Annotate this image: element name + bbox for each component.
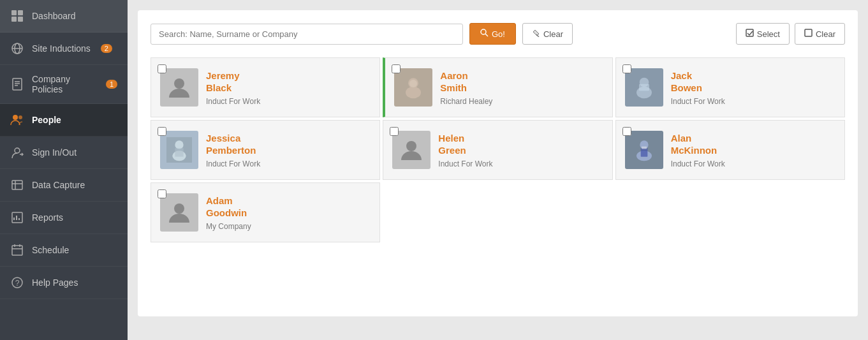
sidebar-label-data-capture: Data Capture xyxy=(32,180,85,190)
sidebar-label-site-inductions: Site Inductions xyxy=(32,43,91,54)
svg-point-43 xyxy=(175,140,183,149)
sidebar-label-reports: Reports xyxy=(32,212,63,223)
sidebar-label-company-policies: Company Policies xyxy=(32,74,96,94)
svg-rect-41 xyxy=(639,84,649,91)
person-info-2: AaronSmith Richard Healey xyxy=(440,70,603,106)
sidebar-label-people: People xyxy=(32,115,61,125)
svg-point-12 xyxy=(18,115,22,119)
svg-point-33 xyxy=(174,78,184,89)
select-button[interactable]: Select xyxy=(736,23,790,45)
svg-rect-15 xyxy=(12,181,22,189)
sidebar-item-company-policies[interactable]: Company Policies 1 xyxy=(0,65,128,104)
sidebar-item-help-pages[interactable]: ? Help Pages xyxy=(0,267,128,299)
person-info-6: AlanMcKinnon Induct For Work xyxy=(671,132,835,168)
search-input[interactable] xyxy=(151,24,463,45)
person-name-5: HelenGreen xyxy=(438,132,603,157)
svg-point-36 xyxy=(406,87,421,99)
clear-label: Clear xyxy=(543,29,563,39)
reports-icon xyxy=(10,211,24,225)
sidebar-label-sign-in-out: Sign In/Out xyxy=(32,147,77,158)
svg-line-29 xyxy=(485,34,488,36)
sidebar-item-people[interactable]: People xyxy=(0,104,128,137)
clear-all-label: Clear xyxy=(816,29,835,39)
svg-point-13 xyxy=(15,148,20,153)
svg-rect-51 xyxy=(642,147,647,149)
person-checkbox-3[interactable] xyxy=(622,64,631,73)
person-info-7: AdamGoodwin My Company xyxy=(206,195,371,231)
sidebar-item-sign-in-out[interactable]: Sign In/Out xyxy=(0,137,128,169)
person-sub-3: Induct For Work xyxy=(671,97,835,106)
person-card-jessica-pemberton[interactable]: JessicaPemberton Induct For Work xyxy=(151,120,380,180)
signin-icon xyxy=(10,145,24,159)
search-icon xyxy=(480,29,489,39)
person-card-alan-mckinnon[interactable]: AlanMcKinnon Induct For Work xyxy=(615,120,845,180)
toolbar-right: Select Clear xyxy=(736,23,845,45)
content-panel: Go! Clear Select C xyxy=(138,10,858,316)
avatar-adam-goodwin xyxy=(160,193,198,232)
person-card-helen-green[interactable]: HelenGreen Induct For Work xyxy=(383,120,612,180)
person-checkbox-1[interactable] xyxy=(158,64,166,73)
sidebar: Dashboard Site Inductions 2 Company Poli… xyxy=(0,0,128,340)
document-icon xyxy=(10,77,24,91)
svg-rect-1 xyxy=(18,10,23,15)
person-checkbox-2[interactable] xyxy=(392,64,401,73)
people-grid: JeremyBlack Induct For Work AaronSmith xyxy=(151,57,845,242)
main-content: Go! Clear Select C xyxy=(128,0,868,340)
go-button[interactable]: Go! xyxy=(469,23,516,45)
data-capture-icon xyxy=(10,178,24,192)
avatar-jeremy-black xyxy=(160,68,198,107)
site-inductions-badge: 2 xyxy=(101,44,112,53)
svg-rect-50 xyxy=(640,148,647,156)
person-checkbox-6[interactable] xyxy=(622,127,631,136)
dashboard-icon xyxy=(10,9,24,23)
person-card-jack-bowen[interactable]: JackBowen Induct For Work xyxy=(615,57,845,117)
help-icon: ? xyxy=(10,276,24,290)
avatar-alan-mckinnon xyxy=(625,131,663,169)
sidebar-item-site-inductions[interactable]: Site Inductions 2 xyxy=(0,33,128,65)
avatar-jessica-pemberton xyxy=(160,131,198,169)
svg-rect-22 xyxy=(12,246,22,255)
globe-icon xyxy=(10,41,24,55)
avatar-jack-bowen xyxy=(625,68,663,107)
sidebar-item-data-capture[interactable]: Data Capture xyxy=(0,169,128,202)
sidebar-label-schedule: Schedule xyxy=(32,245,69,255)
sidebar-item-dashboard[interactable]: Dashboard xyxy=(0,0,128,33)
company-policies-badge: 1 xyxy=(106,80,117,89)
avatar-helen-green xyxy=(392,131,430,169)
go-label: Go! xyxy=(492,29,505,39)
svg-point-52 xyxy=(174,203,184,214)
svg-rect-2 xyxy=(11,17,17,22)
person-sub-1: Induct For Work xyxy=(206,97,371,106)
svg-point-37 xyxy=(409,80,417,87)
sidebar-item-schedule[interactable]: Schedule xyxy=(0,234,128,267)
clear-button[interactable]: Clear xyxy=(522,23,573,45)
person-sub-5: Induct For Work xyxy=(438,159,603,168)
schedule-icon xyxy=(10,243,24,257)
clear-all-button[interactable]: Clear xyxy=(795,23,845,45)
person-card-aaron-smith[interactable]: AaronSmith Richard Healey xyxy=(383,57,612,117)
svg-rect-45 xyxy=(175,148,183,156)
svg-point-11 xyxy=(13,115,18,120)
svg-point-28 xyxy=(481,29,486,34)
sidebar-label-dashboard: Dashboard xyxy=(32,11,76,21)
checkbox-select-icon xyxy=(746,29,754,39)
person-checkbox-4[interactable] xyxy=(158,127,166,136)
person-card-jeremy-black[interactable]: JeremyBlack Induct For Work xyxy=(151,57,380,117)
svg-rect-0 xyxy=(11,10,17,15)
person-sub-7: My Company xyxy=(206,222,371,231)
person-checkbox-5[interactable] xyxy=(390,127,399,136)
person-info-4: JessicaPemberton Induct For Work xyxy=(206,132,371,168)
person-checkbox-7[interactable] xyxy=(158,189,166,198)
svg-rect-32 xyxy=(805,29,812,36)
person-name-4: JessicaPemberton xyxy=(206,132,371,157)
people-icon xyxy=(10,113,24,127)
sidebar-item-reports[interactable]: Reports xyxy=(0,202,128,234)
svg-point-46 xyxy=(406,141,416,151)
person-sub-2: Richard Healey xyxy=(440,97,603,106)
svg-text:?: ? xyxy=(15,279,20,288)
clear-icon xyxy=(532,29,540,39)
person-name-7: AdamGoodwin xyxy=(206,195,371,219)
person-sub-6: Induct For Work xyxy=(671,159,835,168)
person-card-adam-goodwin[interactable]: AdamGoodwin My Company xyxy=(151,182,380,242)
svg-rect-3 xyxy=(18,17,23,22)
